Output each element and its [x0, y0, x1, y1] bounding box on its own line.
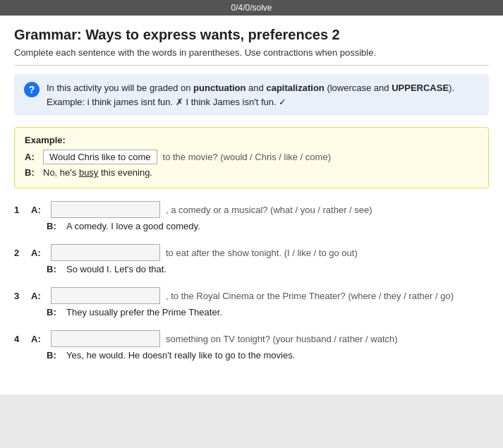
question-4-a-letter: A: [31, 334, 45, 344]
example-a-hint: to the movie? (would / Chris / like / co… [163, 152, 331, 162]
question-1-number: 1 [14, 205, 25, 215]
question-3-b-text: They usually prefer the Prime Theater. [66, 307, 222, 317]
question-block-4: 4A:something on TV tonight? (your husban… [14, 330, 489, 361]
question-2-a-input[interactable] [51, 244, 160, 261]
example-box: Example: A: Would Chris like to come to … [14, 127, 489, 188]
example-b-row: B: No, he's busy this evening. [25, 167, 478, 178]
question-2-b-letter: B: [47, 264, 61, 274]
question-4-b-text: Yes, he would. He doesn't really like to… [66, 350, 295, 361]
info-bold-2: capitalization [266, 83, 324, 93]
question-1-a-input[interactable] [51, 201, 160, 218]
question-1-b-row: B:A comedy. I love a good comedy. [47, 221, 489, 231]
info-bold-3: UPPERCASE [392, 83, 449, 93]
question-4-b-row: B:Yes, he would. He doesn't really like … [47, 350, 489, 361]
questions-container: 1A:, a comedy or a musical? (what / you … [14, 201, 489, 361]
question-4-b-letter: B: [47, 350, 61, 361]
question-block-3: 3A:, to the Royal Cinema or the Prime Th… [14, 287, 489, 317]
top-bar-label: 0/4/0/solve [231, 3, 272, 13]
page-title: Grammar: Ways to express wants, preferen… [14, 27, 489, 43]
example-a-row: A: Would Chris like to come to the movie… [25, 150, 478, 164]
question-3-a-letter: A: [31, 291, 45, 301]
question-4-a-input[interactable] [51, 330, 160, 347]
question-block-2: 2A:to eat after the show tonight. (I / l… [14, 244, 489, 274]
question-4-number: 4 [14, 334, 25, 344]
question-1-b-text: A comedy. I love a good comedy. [66, 221, 200, 231]
question-2-a-row: 2A:to eat after the show tonight. (I / l… [14, 244, 489, 261]
question-3-b-row: B:They usually prefer the Prime Theater. [47, 307, 489, 317]
question-2-b-row: B:So would I. Let's do that. [47, 264, 489, 274]
question-3-a-hint: , to the Royal Cinema or the Prime Theat… [166, 291, 454, 301]
example-b-text: No, he's busy this evening. [43, 167, 152, 178]
info-text: In this activity you will be graded on p… [47, 81, 454, 109]
question-1-a-letter: A: [31, 205, 45, 215]
info-icon: ? [24, 82, 40, 97]
question-2-a-letter: A: [31, 248, 45, 258]
question-4-a-hint: something on TV tonight? (your husband /… [166, 334, 398, 344]
question-3-number: 3 [14, 291, 25, 301]
example-a-input: Would Chris like to come [43, 150, 157, 164]
divider [14, 65, 489, 66]
question-2-number: 2 [14, 248, 25, 258]
question-3-a-input[interactable] [51, 287, 160, 304]
page-subtitle: Complete each sentence with the words in… [14, 47, 489, 58]
question-3-a-row: 3A:, to the Royal Cinema or the Prime Th… [14, 287, 489, 304]
info-example-line: Example: i think james isnt fun. ✗ I thi… [47, 97, 286, 107]
example-b-letter: B: [25, 167, 37, 178]
question-1-b-letter: B: [47, 221, 61, 231]
question-3-b-letter: B: [47, 307, 61, 317]
question-1-a-hint: , a comedy or a musical? (what / you / r… [166, 205, 372, 215]
example-a-letter: A: [25, 152, 37, 162]
question-2-b-text: So would I. Let's do that. [66, 264, 166, 274]
question-2-a-hint: to eat after the show tonight. (I / like… [166, 248, 358, 258]
question-4-a-row: 4A:something on TV tonight? (your husban… [14, 330, 489, 347]
page-container: Grammar: Ways to express wants, preferen… [0, 16, 503, 394]
question-1-a-row: 1A:, a comedy or a musical? (what / you … [14, 201, 489, 218]
info-text-4: ). [449, 83, 454, 93]
example-label: Example: [25, 135, 478, 145]
question-block-1: 1A:, a comedy or a musical? (what / you … [14, 201, 489, 231]
info-text-2: and [246, 83, 267, 93]
info-bold-1: punctuation [193, 83, 246, 93]
info-text-1: In this activity you will be graded on [47, 83, 193, 93]
info-text-3: (lowercase and [325, 83, 392, 93]
top-bar: 0/4/0/solve [0, 0, 503, 16]
info-box: ? In this activity you will be graded on… [14, 74, 489, 116]
